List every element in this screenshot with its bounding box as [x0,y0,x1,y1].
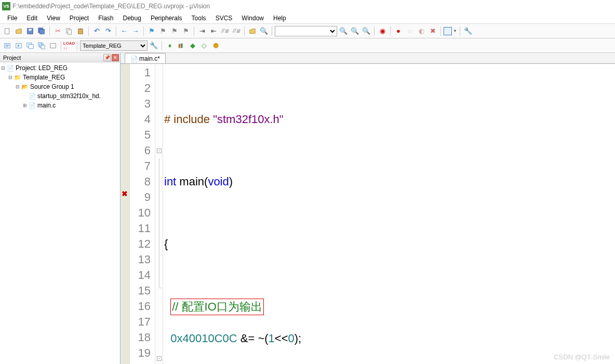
bp-insert-icon[interactable]: ● [393,26,404,36]
menu-help[interactable]: Help [269,14,290,23]
bp-enable-icon[interactable]: ○ [405,26,415,36]
menu-peripherals[interactable]: Peripherals [146,14,186,23]
window-tile-icon[interactable] [444,27,452,35]
build-icon[interactable] [14,41,24,51]
uncomment-icon[interactable]: //≣ [231,26,242,36]
separator [440,26,441,36]
fold-icon[interactable]: - [157,356,162,361]
menu-tools[interactable]: Tools [188,14,210,23]
tree-target[interactable]: ⊟ 📁 Template_REG [0,73,120,82]
separator [88,26,89,36]
bp-kill-icon[interactable]: ✖ [427,26,438,36]
expand-icon[interactable]: ⊟ [0,65,6,71]
manage-rte-icon[interactable]: ⬢ [210,41,221,51]
marker-column[interactable]: ✖ [121,64,130,364]
menu-view[interactable]: View [43,14,64,23]
comment-icon[interactable]: //≣ [220,26,230,36]
svg-rect-18 [181,43,183,48]
error-marker-icon[interactable]: ✖ [122,190,128,198]
indent-icon[interactable]: ⇥ [197,26,207,36]
menu-flash[interactable]: Flash [94,14,117,23]
bookmark-prev-icon[interactable]: ⚑ [158,26,168,36]
panel-pin-icon[interactable]: 📌 [103,54,111,61]
expand-icon[interactable]: ⊟ [7,75,14,80]
tree-file[interactable]: 📄 startup_stm32f10x_hd. [0,91,120,101]
code-text: << [275,332,288,345]
debug-icon[interactable]: ◉ [377,26,387,36]
editor-area: 📄 main.c* ✖ 1 2 3 4 5 6 7 8 9 10 11 12 1… [121,53,615,364]
line-number: 20 [130,361,151,364]
download-icon[interactable]: LOAD↓↓ [64,41,74,51]
project-icon: 📄 [6,64,15,72]
pack-installer-icon[interactable]: ◆ [188,41,198,51]
watermark: CSDN @QT-Smile [554,353,610,361]
fold-column[interactable]: - - [155,64,163,364]
separator [272,26,272,36]
find-next-icon[interactable]: 🔍 [350,26,360,36]
paste-icon[interactable] [75,26,86,36]
code-text: ) [229,175,233,188]
c-file-icon: 📄 [130,56,137,62]
line-number: 17 [130,314,151,330]
tree-root[interactable]: ⊟ 📄 Project: LED_REG [0,63,120,73]
bookmark-next-icon[interactable]: ⚑ [169,26,180,36]
manage-project-icon[interactable]: ♦ [165,41,175,51]
configure-icon[interactable]: 🔧 [463,26,473,36]
find-in-files-icon[interactable] [247,26,258,36]
window-title: F:\embedded\Project_code\Template_REG\LE… [12,3,210,10]
batch-build-icon[interactable] [36,41,47,51]
separator [77,41,77,50]
copy-icon[interactable] [64,26,74,36]
toolbar-build: LOAD↓↓ Template_REG 🔧 ♦ ◆ ◇ ⬢ [0,38,615,53]
find-combo[interactable] [275,26,337,36]
open-file-icon[interactable] [14,26,24,36]
bookmark-clear-icon[interactable]: ⚑ [181,26,191,36]
redo-icon[interactable]: ↷ [103,26,113,36]
pack-refresh-icon[interactable]: ◇ [199,41,209,51]
books-icon[interactable] [176,41,186,51]
new-file-icon[interactable] [2,26,12,36]
nav-back-icon[interactable]: ← [119,26,129,36]
project-tree[interactable]: ⊟ 📄 Project: LED_REG ⊟ 📁 Template_REG ⊟ … [0,62,120,364]
panel-close-icon[interactable]: ✕ [112,54,119,61]
editor-body: ✖ 1 2 3 4 5 6 7 8 9 10 11 12 13 14 15 16… [121,64,615,364]
bp-disable-icon[interactable]: ◐ [416,26,426,36]
target-select[interactable]: Template_REG [80,41,148,51]
cut-icon[interactable]: ✂ [52,26,63,36]
file-tab-label: main.c* [139,55,160,62]
tree-file[interactable]: ⊞ 📄 main.c [0,101,120,110]
file-tab[interactable]: 📄 main.c* [125,53,166,63]
find-icon[interactable]: 🔍 [259,26,269,36]
outdent-icon[interactable]: ⇤ [208,26,219,36]
find-prev-icon[interactable]: 🔍 [361,26,371,36]
tree-group[interactable]: ⊟ 📂 Source Group 1 [0,82,120,91]
dropdown-icon[interactable]: ▼ [453,29,457,33]
menu-file[interactable]: File [3,14,21,23]
options-icon[interactable]: 🔧 [149,41,159,51]
nav-forward-icon[interactable]: → [130,26,141,36]
line-number-gutter: 1 2 3 4 5 6 7 8 9 10 11 12 13 14 15 16 1… [130,64,155,364]
rebuild-icon[interactable] [25,41,35,51]
stop-build-icon[interactable] [48,41,58,51]
line-number: 10 [130,205,151,221]
menu-svcs[interactable]: SVCS [211,14,237,23]
line-number: 6 [130,143,151,158]
svg-rect-0 [5,28,9,34]
svg-rect-17 [179,44,181,48]
menu-edit[interactable]: Edit [22,14,42,23]
menu-window[interactable]: Window [237,14,268,23]
code-area[interactable]: # include "stm32f10x.h" int main(void) {… [163,64,615,364]
expand-icon[interactable]: ⊟ [15,84,21,89]
menu-project[interactable]: Project [65,14,93,23]
bookmark-icon[interactable]: ⚑ [146,26,157,36]
save-icon[interactable] [25,26,35,36]
translate-icon[interactable] [2,41,12,51]
incremental-find-icon[interactable]: 🔍 [338,26,349,36]
save-all-icon[interactable] [36,26,47,36]
menu-debug[interactable]: Debug [119,14,145,23]
line-number: 7 [130,158,151,174]
line-number: 8 [130,174,151,190]
fold-icon[interactable]: - [157,149,162,153]
undo-icon[interactable]: ↶ [91,26,102,36]
expand-icon[interactable]: ⊞ [22,103,28,108]
